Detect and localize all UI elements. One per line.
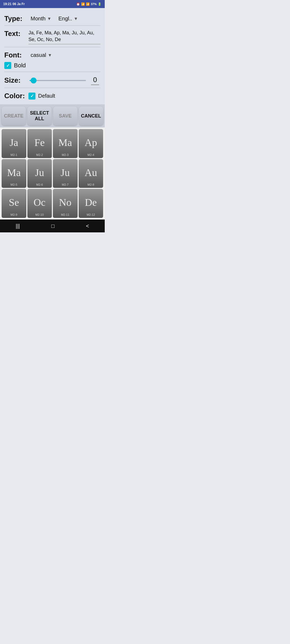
tile-id: M2-6 xyxy=(36,183,43,186)
tile-text: De xyxy=(85,192,97,213)
tile-text: Au xyxy=(85,162,97,183)
tile-id: M2-12 xyxy=(87,213,95,216)
text-label: Text: xyxy=(4,30,26,38)
bold-checkbox[interactable]: ✓ xyxy=(4,62,11,69)
font-label: Font: xyxy=(4,51,26,59)
time: 19:21 xyxy=(3,2,12,6)
tile-id: M2-9 xyxy=(10,213,17,216)
signal-icon: 📶 xyxy=(86,2,90,6)
type-row: Type: Month ▼ Engl.. ▼ xyxy=(4,11,100,26)
tile-id: M2-2 xyxy=(36,153,43,156)
cancel-button[interactable]: CANCEL xyxy=(79,107,103,125)
color-default-label: Default xyxy=(38,93,55,99)
font-value: casual xyxy=(31,52,46,58)
type-label: Type: xyxy=(4,14,26,23)
type-dropdown[interactable]: Month ▼ xyxy=(28,14,53,23)
main-content: Type: Month ▼ Engl.. ▼ Text: Ja, Fe, Ma,… xyxy=(0,8,105,104)
nav-bar: ||| □ < xyxy=(0,219,105,232)
wifi-icon: 📶 xyxy=(81,2,85,6)
slider-thumb[interactable] xyxy=(31,78,37,83)
tile-text: Ma xyxy=(58,132,72,153)
type-dropdown-arrow: ▼ xyxy=(47,16,52,21)
font-dropdown-arrow: ▼ xyxy=(48,53,52,58)
text-row: Text: Ja, Fe, Ma, Ap, Ma, Ju, Ju, Au, Se… xyxy=(4,26,100,47)
size-label: Size: xyxy=(4,76,26,85)
color-check-icon: ✓ xyxy=(30,93,34,98)
lang-dropdown-arrow: ▼ xyxy=(74,16,78,21)
tile-id: M2-11 xyxy=(61,213,69,216)
tile-m2-6[interactable]: Ju M2-6 xyxy=(27,159,52,188)
create-button[interactable]: CREATE xyxy=(2,107,26,125)
color-label: Color: xyxy=(4,92,26,100)
color-checkbox[interactable]: ✓ xyxy=(28,93,35,100)
home-icon[interactable]: □ xyxy=(51,223,55,229)
action-buttons: CREATE SELECT ALL SAVE CANCEL xyxy=(0,104,105,127)
tile-id: M2-5 xyxy=(10,183,17,186)
back-icon[interactable]: < xyxy=(86,223,89,229)
alarm-icon: ⏰ xyxy=(76,2,80,6)
lang-value: Engl.. xyxy=(58,16,72,22)
tiles-grid: Ja M2-1 Fe M2-2 Ma M2-3 Ap M2-4 Ma M2-5 … xyxy=(0,127,105,219)
recent-apps-icon[interactable]: ||| xyxy=(16,223,20,229)
tile-id: M2-1 xyxy=(10,153,17,156)
tile-id: M2-3 xyxy=(62,153,68,156)
tile-text: Oc xyxy=(34,192,45,213)
tile-m2-7[interactable]: Ju M2-7 xyxy=(53,159,78,188)
bold-check-icon: ✓ xyxy=(6,63,10,68)
tile-m2-8[interactable]: Au M2-8 xyxy=(79,159,103,188)
tile-m2-4[interactable]: Ap M2-4 xyxy=(79,129,103,158)
tile-text: No xyxy=(59,192,71,213)
tile-id: M2-7 xyxy=(62,183,68,186)
tile-m2-3[interactable]: Ma M2-3 xyxy=(53,129,78,158)
tile-text: Se xyxy=(9,192,19,213)
save-button[interactable]: SAVE xyxy=(53,107,77,125)
date: 06 Ja Fr xyxy=(13,2,25,6)
size-underline xyxy=(91,85,99,85)
battery-icon: 🔋 xyxy=(98,2,102,6)
bold-label: Bold xyxy=(14,62,26,69)
status-bar: 19:21 06 Ja Fr ⏰ 📶 📶 37% 🔋 xyxy=(0,0,105,8)
tile-m2-11[interactable]: No M2-11 xyxy=(53,189,78,218)
tile-m2-9[interactable]: Se M2-9 xyxy=(2,189,26,218)
tile-m2-2[interactable]: Fe M2-2 xyxy=(27,129,52,158)
tile-id: M2-4 xyxy=(88,153,94,156)
text-value[interactable]: Ja, Fe, Ma, Ap, Ma, Ju, Ju, Au, Se, Oc, … xyxy=(28,30,100,44)
select-all-button[interactable]: SELECT ALL xyxy=(27,107,52,125)
tile-m2-5[interactable]: Ma M2-5 xyxy=(2,159,26,188)
tile-m2-12[interactable]: De M2-12 xyxy=(79,189,103,218)
tile-text: Ma xyxy=(7,162,21,183)
tile-id: M2-8 xyxy=(88,183,94,186)
lang-dropdown[interactable]: Engl.. ▼ xyxy=(56,14,80,23)
font-dropdown[interactable]: casual ▼ xyxy=(28,51,54,59)
tile-text: Fe xyxy=(34,132,45,153)
tile-m2-10[interactable]: Oc M2-10 xyxy=(27,189,52,218)
status-right: ⏰ 📶 📶 37% 🔋 xyxy=(76,2,102,6)
slider-track xyxy=(30,80,86,81)
bold-row: ✓ Bold xyxy=(4,62,100,72)
tile-text: Ja xyxy=(10,132,18,153)
tile-text: Ju xyxy=(35,162,44,183)
size-slider-container xyxy=(30,78,86,83)
size-value-container: 0 xyxy=(90,76,100,85)
tile-text: Ap xyxy=(85,132,97,153)
tile-text: Ju xyxy=(61,162,70,183)
tile-id: M2-10 xyxy=(35,213,44,216)
battery: 37% xyxy=(91,2,97,6)
tile-m2-1[interactable]: Ja M2-1 xyxy=(2,129,26,158)
type-value: Month xyxy=(31,16,46,22)
status-left: 19:21 06 Ja Fr xyxy=(3,2,25,6)
font-row: Font: casual ▼ ✓ Bold xyxy=(4,47,100,72)
color-row: Color: ✓ Default xyxy=(4,88,100,103)
size-value[interactable]: 0 xyxy=(93,76,97,84)
size-row: Size: 0 xyxy=(4,72,100,88)
